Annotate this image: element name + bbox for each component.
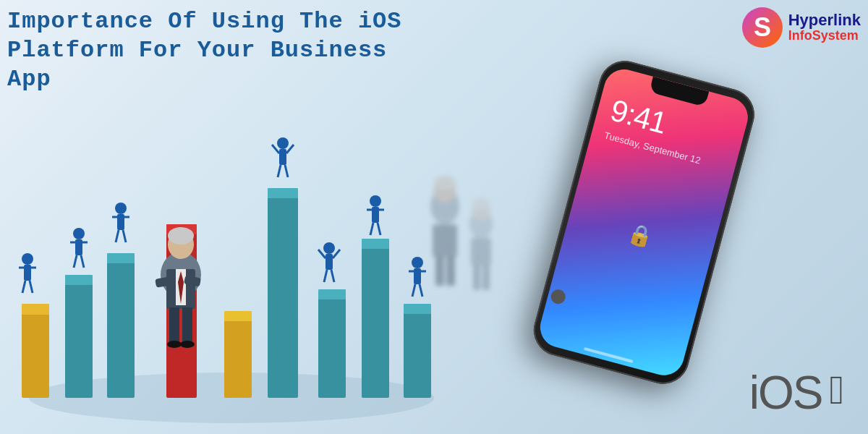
svg-rect-43 bbox=[326, 254, 333, 270]
svg-rect-13 bbox=[268, 195, 298, 398]
svg-point-32 bbox=[73, 228, 85, 239]
bg-figure-1 bbox=[430, 176, 459, 286]
person-icon-4 bbox=[318, 242, 340, 282]
svg-line-25 bbox=[30, 281, 33, 293]
svg-rect-79 bbox=[471, 238, 491, 265]
svg-line-31 bbox=[285, 165, 288, 177]
person-icon-1 bbox=[19, 253, 36, 293]
logo-area: S Hyperlink InfoSystem bbox=[741, 6, 861, 49]
svg-rect-75 bbox=[446, 255, 455, 286]
svg-rect-11 bbox=[224, 318, 252, 398]
svg-rect-4 bbox=[22, 304, 49, 315]
svg-rect-19 bbox=[404, 311, 431, 398]
svg-line-51 bbox=[370, 223, 373, 235]
lock-icon: 🔒 bbox=[625, 221, 656, 251]
svg-rect-5 bbox=[65, 282, 93, 398]
svg-rect-67 bbox=[182, 307, 192, 344]
svg-rect-15 bbox=[318, 297, 346, 398]
apple-icon:  bbox=[829, 370, 854, 416]
svg-rect-18 bbox=[362, 239, 389, 249]
svg-line-41 bbox=[123, 230, 126, 242]
svg-line-40 bbox=[116, 230, 119, 242]
logo-infosystem: InfoSystem bbox=[788, 29, 861, 43]
svg-point-69 bbox=[180, 341, 195, 348]
scene-svg bbox=[0, 58, 506, 434]
svg-rect-73 bbox=[433, 224, 457, 257]
logo-text: Hyperlink InfoSystem bbox=[788, 12, 861, 43]
svg-rect-80 bbox=[473, 264, 480, 290]
svg-point-48 bbox=[370, 195, 381, 207]
title-area: Importance Of Using The iOS Platform For… bbox=[7, 7, 412, 94]
person-icon-5 bbox=[367, 195, 384, 235]
svg-line-57 bbox=[420, 284, 422, 297]
svg-line-56 bbox=[412, 284, 415, 297]
home-indicator bbox=[584, 347, 634, 363]
svg-line-46 bbox=[324, 270, 327, 282]
person-icon-3 bbox=[112, 203, 129, 242]
svg-line-52 bbox=[378, 223, 380, 235]
iphone-notch bbox=[649, 77, 709, 107]
page-container: Importance Of Using The iOS Platform For… bbox=[0, 0, 868, 434]
svg-rect-81 bbox=[482, 264, 490, 290]
svg-rect-12 bbox=[224, 311, 252, 321]
svg-rect-3 bbox=[22, 311, 49, 398]
person-icon-2 bbox=[70, 228, 88, 268]
svg-rect-20 bbox=[404, 304, 431, 314]
svg-rect-74 bbox=[435, 255, 444, 286]
svg-line-47 bbox=[331, 270, 334, 282]
ios-label-area: iOS  bbox=[749, 366, 854, 420]
main-title: Importance Of Using The iOS Platform For… bbox=[7, 7, 412, 94]
ios-text: iOS bbox=[749, 366, 822, 420]
svg-line-36 bbox=[81, 255, 84, 268]
svg-text:S: S bbox=[754, 12, 771, 42]
svg-rect-6 bbox=[65, 275, 93, 285]
svg-point-37 bbox=[115, 203, 127, 214]
logo-hyperlink: Hyperlink bbox=[788, 12, 861, 29]
logo-icon: S bbox=[741, 6, 784, 49]
svg-point-60 bbox=[168, 227, 194, 244]
svg-point-42 bbox=[323, 242, 335, 254]
svg-point-53 bbox=[412, 257, 423, 268]
person-icon-raised bbox=[272, 137, 294, 177]
svg-rect-7 bbox=[107, 260, 135, 398]
svg-line-35 bbox=[74, 255, 77, 268]
svg-rect-17 bbox=[362, 246, 389, 398]
svg-point-78 bbox=[472, 198, 490, 210]
svg-rect-66 bbox=[169, 307, 179, 344]
svg-point-21 bbox=[22, 253, 33, 265]
svg-point-68 bbox=[167, 341, 182, 348]
person-icon-6 bbox=[409, 257, 426, 297]
bg-figure-2 bbox=[469, 198, 493, 290]
svg-line-24 bbox=[22, 281, 25, 293]
svg-point-26 bbox=[277, 137, 289, 149]
svg-rect-16 bbox=[318, 289, 346, 299]
svg-rect-27 bbox=[279, 149, 286, 165]
svg-rect-8 bbox=[107, 253, 135, 263]
svg-rect-14 bbox=[268, 188, 298, 198]
svg-line-30 bbox=[278, 165, 281, 177]
svg-point-72 bbox=[434, 176, 456, 190]
